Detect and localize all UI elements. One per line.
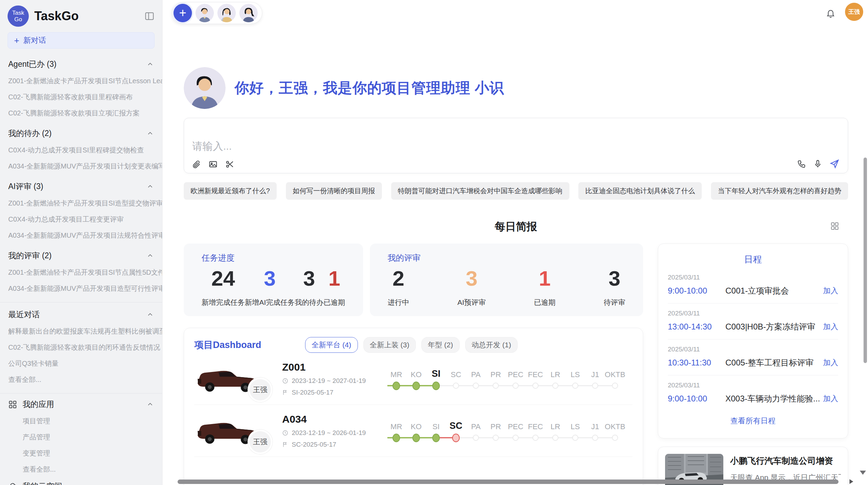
suggestion-chip[interactable]: 特朗普可能对进口汽车增税会对中国车企造成哪些影响 <box>391 182 569 200</box>
stat-label: 我的待办 <box>295 298 324 307</box>
sidebar-section-header[interactable]: AI评审 (3) <box>0 178 162 195</box>
recent-chat-item[interactable]: 查看全部... <box>0 372 162 388</box>
daily-brief-title: 每日简报 <box>495 220 537 234</box>
paperclip-icon[interactable] <box>192 160 201 169</box>
conversation-switcher: + <box>171 2 262 24</box>
layout-grid-icon[interactable] <box>830 222 839 231</box>
sidebar-section-header[interactable]: 我的评审 (2) <box>0 247 162 264</box>
scroll-right-arrow[interactable] <box>849 479 853 484</box>
image-icon[interactable] <box>208 160 218 169</box>
join-meeting-link[interactable]: 加入 <box>823 394 838 404</box>
sidebar-task-item[interactable]: C0X4-动力总成开发项目SI里程碑提交物检查 <box>0 142 162 158</box>
sidebar-task-item[interactable]: C02-飞腾新能源轻客改款项目立项汇报方案 <box>0 105 162 121</box>
sidebar-task-item[interactable]: A034-全新新能源MUV产品开发项目计划变更表编写 <box>0 158 162 174</box>
microphone-icon[interactable] <box>813 159 822 169</box>
milestone-label: MR <box>390 368 402 379</box>
horizontal-scrollbar-thumb[interactable] <box>178 480 839 484</box>
recent-chat-item[interactable]: C02-飞腾新能源轻客改款项目的闭环通告反馈情况 <box>0 339 162 356</box>
sidebar: Task Go TaskGo + 新对话 Agent已办 (3) <box>0 0 162 485</box>
agent-avatar-1[interactable] <box>195 4 214 22</box>
stat-item: 3 待评审 <box>604 267 625 307</box>
vertical-scrollbar-thumb[interactable] <box>864 158 867 363</box>
sidebar-task-item[interactable]: C0X4-动力总成开发项目工程变更评审 <box>0 211 162 227</box>
milestone-label: LR <box>551 420 560 431</box>
dashboard-columns: 任务进度 24 新增完成任务 3 新增AI完成任务 3 <box>184 244 848 485</box>
suggestion-chip[interactable]: 比亚迪全固态电池计划具体说了什么 <box>578 182 702 200</box>
dashboard-tab[interactable]: 动总开发 (1) <box>465 337 518 353</box>
stat-item: 3 我的待办 <box>295 267 324 307</box>
sidebar-recent-section: 最近对话 解释最新出台的欧盟报废车法规再生塑料比例被调至15%...C02-飞腾… <box>0 306 162 388</box>
scroll-down-arrow[interactable] <box>860 471 866 475</box>
send-icon[interactable] <box>829 159 840 169</box>
new-chat-button[interactable]: + 新对话 <box>8 32 155 49</box>
stat-label: AI预评审 <box>457 298 486 307</box>
stat-value: 1 <box>534 267 556 290</box>
sidebar-task-item[interactable]: Z001-全新燃油轻卡产品开发项目SI造型提交物评审 <box>0 195 162 211</box>
join-meeting-link[interactable]: 加入 <box>823 286 838 296</box>
chat-input-card[interactable]: 请输入... <box>184 118 848 173</box>
sidebar-item-my-apps[interactable]: 我的应用 <box>0 396 162 413</box>
dashboard-tab[interactable]: 年型 (2) <box>421 337 460 353</box>
sidebar-task-item[interactable]: A034-全新新能源MUV产品开发项目法规符合性评审 <box>0 227 162 244</box>
project-flag-milestone: SI-2025-05-17 <box>282 389 377 396</box>
new-conversation-button[interactable]: + <box>173 4 192 22</box>
project-row[interactable]: 王强 Z001 2023-12-19 ~ 2027-01-19 <box>194 353 632 405</box>
milestone-dot <box>532 435 539 441</box>
apps-grid-icon <box>8 400 17 409</box>
stats-items: 2 进行中 3 AI预评审 1 已逾期 3 待 <box>388 267 625 307</box>
sidebar-app-item[interactable]: 查看全部... <box>0 461 162 477</box>
milestone: KO <box>406 368 426 390</box>
daily-brief-header: 每日简报 <box>184 220 848 234</box>
user-avatar[interactable]: 王强 <box>845 3 863 21</box>
sidebar-section: Agent已办 (3) Z001-全新燃油皮卡产品开发项目SI节点Lesson … <box>0 55 162 121</box>
sidebar-collapse-icon[interactable] <box>144 11 155 21</box>
milestone-label: J1 <box>591 420 599 431</box>
notifications-bell-icon[interactable] <box>826 9 835 18</box>
recent-chat-item[interactable]: 解释最新出台的欧盟报废车法规再生塑料比例被调至15%... <box>0 323 162 339</box>
sidebar-app-item[interactable]: 产品管理 <box>0 429 162 445</box>
sidebar-item-cloud-space[interactable]: 我的云空间 <box>0 477 162 485</box>
project-flag-text: SC-2025-05-17 <box>292 441 336 448</box>
view-all-schedule-link[interactable]: 查看所有日程 <box>668 416 838 426</box>
sidebar-app-item[interactable]: 项目管理 <box>0 413 162 429</box>
milestone-dot <box>493 383 499 389</box>
dashboard-tab[interactable]: 全新平台 (4) <box>305 337 358 353</box>
milestone-label: J1 <box>591 368 599 379</box>
sidebar-recent-header[interactable]: 最近对话 <box>0 306 162 323</box>
milestone-dot <box>432 382 440 390</box>
suggestion-chip[interactable]: 欧洲新规最近颁布了什么? <box>184 182 277 200</box>
sidebar-task-item[interactable]: A034-全新新能源MUV产品开发项目造型可行性评审 <box>0 281 162 297</box>
dashboard-tab[interactable]: 全新上装 (3) <box>363 337 416 353</box>
project-dates: 2023-12-19 ~ 2027-01-19 <box>282 377 377 385</box>
milestone-cells: MR KO SI <box>386 368 625 390</box>
milestone-dot <box>432 434 440 442</box>
milestone: LR <box>545 368 565 390</box>
suggestion-chip[interactable]: 如何写一份清晰的项目周报 <box>286 182 382 200</box>
phone-call-icon[interactable] <box>797 159 806 169</box>
sidebar-section-items: Z001-全新燃油皮卡产品开发项目SI节点Lesson Learn报告C02-飞… <box>0 73 162 121</box>
milestone-label: SC <box>451 368 461 379</box>
sidebar-app-item[interactable]: 变更管理 <box>0 445 162 461</box>
milestone-label: PA <box>471 420 481 431</box>
project-row[interactable]: 王强 A034 2023-12-19 ~ 2026-01-19 <box>194 405 632 457</box>
scissors-icon[interactable] <box>225 160 234 169</box>
sidebar-task-item[interactable]: Z001-全新燃油皮卡产品开发项目SI节点Lesson Learn报告 <box>0 73 162 89</box>
sidebar-section: 我的评审 (2) Z001-全新燃油轻卡产品开发项目SI节点属性5D文件评审A0… <box>0 247 162 297</box>
sidebar-section-header[interactable]: 我的待办 (2) <box>0 125 162 142</box>
milestone-track: MR KO SI <box>386 368 625 390</box>
milestone-label: MR <box>390 420 402 431</box>
sidebar-section-header[interactable]: Agent已办 (3) <box>0 55 162 73</box>
app-title: TaskGo <box>34 9 144 23</box>
suggestion-chip[interactable]: 当下年轻人对汽车外观有怎样的喜好趋势 <box>711 182 848 200</box>
milestone: J1 <box>585 368 605 390</box>
agent-avatar-2[interactable] <box>217 4 236 22</box>
project-code: A034 <box>282 413 377 425</box>
join-meeting-link[interactable]: 加入 <box>823 358 838 368</box>
sidebar-task-item[interactable]: C02-飞腾新能源轻客改款项目里程碑画布 <box>0 89 162 105</box>
recent-chat-item[interactable]: 公司Q3轻卡销量 <box>0 356 162 372</box>
agent-avatar-3[interactable] <box>239 4 258 22</box>
stat-label: 待评审 <box>604 298 625 307</box>
join-meeting-link[interactable]: 加入 <box>823 322 838 332</box>
stat-item: 1 已逾期 <box>534 267 556 307</box>
sidebar-task-item[interactable]: Z001-全新燃油轻卡产品开发项目SI节点属性5D文件评审 <box>0 264 162 281</box>
